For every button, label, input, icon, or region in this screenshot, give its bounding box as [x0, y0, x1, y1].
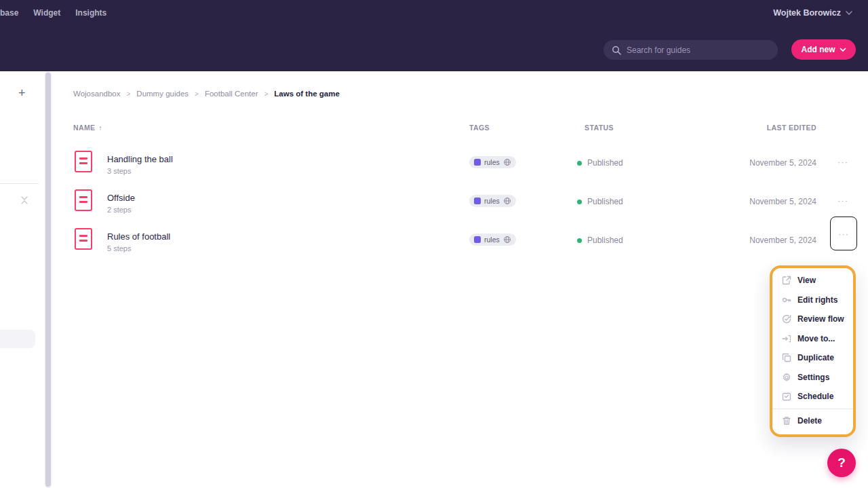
column-name-label: NAME	[73, 124, 96, 132]
column-header-name[interactable]: NAME↑	[73, 124, 102, 132]
guide-name[interactable]: Handling the ball	[107, 154, 173, 164]
tag-label: rules	[484, 158, 500, 166]
menu-item-move-to[interactable]: Move to...	[772, 329, 853, 349]
guide-document-icon	[75, 228, 92, 250]
breadcrumb-item[interactable]: Dummy guides	[136, 90, 189, 98]
guide-steps: 5 steps	[107, 244, 131, 252]
tag-color-swatch	[474, 198, 481, 204]
nav-item-base[interactable]: base	[0, 8, 18, 18]
tag-color-swatch	[474, 236, 481, 243]
tag-label: rules	[484, 197, 500, 205]
search-bar[interactable]	[604, 40, 778, 60]
tag-globe-icon	[503, 197, 511, 205]
guide-steps: 2 steps	[107, 206, 131, 214]
app-header: base Widget Insights Wojtek Borowicz Add…	[0, 0, 868, 71]
guide-steps: 3 steps	[107, 167, 131, 175]
collapse-icon[interactable]	[19, 195, 30, 206]
search-icon	[612, 45, 621, 55]
menu-item-label: Settings	[797, 373, 829, 382]
review-check-icon	[782, 314, 791, 324]
tag-label: rules	[484, 236, 500, 244]
table-row[interactable]: Offside 2 steps rules Published November…	[52, 181, 868, 220]
column-header-status[interactable]: STATUS	[585, 124, 614, 132]
user-menu[interactable]: Wojtek Borowicz	[773, 8, 853, 18]
sidebar-divider	[0, 183, 39, 184]
chevron-down-icon	[845, 10, 853, 16]
tag-chip[interactable]: rules	[469, 233, 516, 246]
status-badge: Published	[577, 158, 623, 168]
column-header-tags[interactable]: TAGS	[469, 124, 490, 132]
guide-name[interactable]: Offside	[107, 193, 135, 203]
tag-globe-icon	[503, 158, 511, 166]
external-link-icon	[782, 276, 791, 285]
menu-item-schedule[interactable]: Schedule	[772, 387, 853, 407]
menu-item-label: Move to...	[797, 334, 835, 343]
main-content: Wojosandbox > Dummy guides > Football Ce…	[52, 71, 868, 488]
search-input[interactable]	[627, 45, 770, 55]
published-dot-icon	[577, 161, 582, 166]
calendar-check-icon	[782, 392, 791, 401]
row-actions-button[interactable]: ···	[833, 191, 853, 210]
menu-item-label: Delete	[797, 416, 822, 426]
sort-ascending-icon[interactable]: ↑	[99, 124, 102, 132]
status-badge: Published	[577, 197, 623, 206]
menu-item-view[interactable]: View	[772, 271, 853, 290]
guide-document-icon	[75, 189, 92, 211]
breadcrumb-separator: >	[195, 90, 199, 98]
sidebar-scrollbar[interactable]	[45, 71, 52, 488]
gear-icon	[782, 373, 791, 382]
chevron-down-icon	[840, 48, 846, 52]
tag-chip[interactable]: rules	[469, 195, 516, 207]
guide-list: Handling the ball 3 steps rules Publishe…	[52, 143, 868, 259]
menu-item-duplicate[interactable]: Duplicate	[772, 348, 853, 368]
trash-icon	[782, 416, 791, 426]
column-header-last-edited[interactable]: LAST EDITED	[767, 124, 816, 132]
breadcrumb: Wojosandbox > Dummy guides > Football Ce…	[73, 90, 340, 98]
nav-item-widget[interactable]: Widget	[33, 8, 60, 18]
help-button[interactable]: ?	[827, 449, 856, 477]
table-header: NAME↑ TAGS STATUS LAST EDITED	[52, 124, 868, 133]
top-nav: base Widget Insights	[0, 8, 106, 18]
breadcrumb-current: Laws of the game	[274, 90, 340, 98]
table-row[interactable]: Handling the ball 3 steps rules Publishe…	[52, 143, 868, 181]
menu-item-label: Schedule	[797, 392, 833, 401]
left-sidebar: +	[0, 71, 42, 488]
sidebar-item-highlight[interactable]	[0, 330, 35, 348]
table-row[interactable]: Rules of football 5 steps rules Publishe…	[52, 220, 868, 259]
tag-chip[interactable]: rules	[469, 156, 516, 168]
status-label: Published	[587, 236, 623, 245]
menu-item-settings[interactable]: Settings	[772, 368, 853, 388]
move-to-icon	[782, 334, 791, 343]
menu-item-review-flow[interactable]: Review flow	[772, 309, 853, 329]
tag-color-swatch	[474, 159, 481, 166]
last-edited-date: November 5, 2024	[749, 158, 816, 168]
guide-name[interactable]: Rules of football	[107, 231, 170, 242]
user-name: Wojtek Borowicz	[773, 8, 841, 18]
scrollbar-thumb[interactable]	[45, 73, 51, 487]
published-dot-icon	[577, 200, 582, 204]
nav-item-insights[interactable]: Insights	[75, 8, 106, 18]
last-edited-date: November 5, 2024	[749, 197, 816, 206]
menu-item-label: Duplicate	[797, 353, 834, 362]
add-new-label: Add new	[802, 45, 835, 54]
row-actions-context-menu: View Edit rights Review flow Move to... …	[770, 265, 856, 437]
add-new-button[interactable]: Add new	[791, 39, 856, 60]
key-icon	[782, 295, 791, 305]
menu-item-edit-rights[interactable]: Edit rights	[772, 290, 853, 310]
row-actions-button[interactable]: ···	[833, 152, 853, 171]
breadcrumb-item[interactable]: Wojosandbox	[73, 90, 120, 98]
add-folder-icon[interactable]: +	[18, 88, 26, 98]
breadcrumb-separator: >	[126, 90, 130, 98]
row-actions-button-active[interactable]: ···	[830, 217, 857, 250]
menu-item-delete[interactable]: Delete	[772, 411, 853, 431]
guide-document-icon	[75, 151, 92, 172]
status-badge: Published	[577, 236, 623, 245]
status-label: Published	[587, 197, 623, 206]
menu-item-label: View	[797, 276, 816, 285]
menu-item-label: Review flow	[797, 314, 844, 324]
breadcrumb-item[interactable]: Football Center	[205, 90, 258, 98]
breadcrumb-separator: >	[264, 90, 269, 98]
menu-item-label: Edit rights	[797, 295, 837, 305]
last-edited-date: November 5, 2024	[749, 236, 816, 245]
duplicate-icon	[782, 353, 791, 362]
